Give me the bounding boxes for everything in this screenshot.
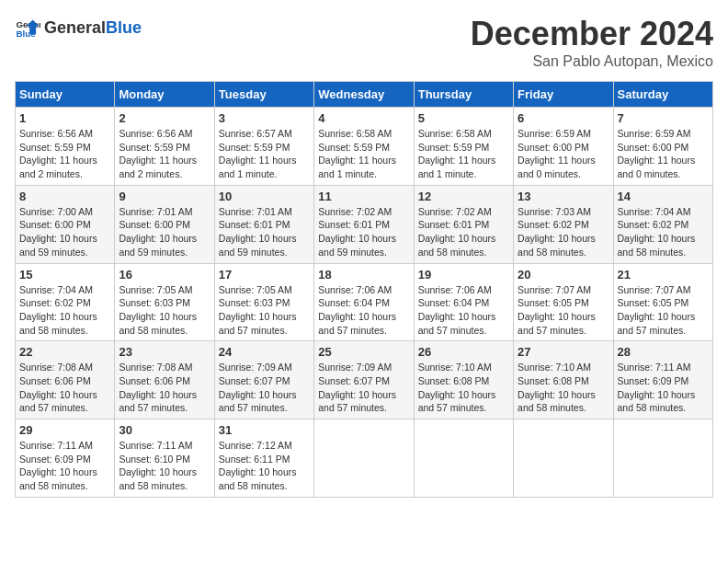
day-info: Sunrise: 7:05 AM Sunset: 6:03 PM Dayligh… [219, 283, 310, 338]
day-info: Sunrise: 7:02 AM Sunset: 6:01 PM Dayligh… [318, 205, 409, 259]
week-row-2: 8 Sunrise: 7:00 AM Sunset: 6:00 PM Dayli… [16, 185, 713, 263]
day-number: 29 [19, 423, 110, 437]
day-cell: 20 Sunrise: 7:07 AM Sunset: 6:05 PM Dayl… [514, 263, 613, 341]
day-info: Sunrise: 7:09 AM Sunset: 6:07 PM Dayligh… [318, 361, 409, 415]
day-number: 17 [219, 268, 310, 282]
day-cell: 26 Sunrise: 7:10 AM Sunset: 6:08 PM Dayl… [414, 341, 513, 419]
day-info: Sunrise: 7:02 AM Sunset: 6:01 PM Dayligh… [418, 205, 509, 259]
weekday-header-row: SundayMondayTuesdayWednesdayThursdayFrid… [16, 82, 713, 108]
day-cell: 23 Sunrise: 7:08 AM Sunset: 6:06 PM Dayl… [115, 341, 214, 419]
day-cell [414, 419, 513, 498]
day-number: 2 [119, 111, 210, 125]
day-number: 28 [618, 345, 709, 359]
day-cell: 24 Sunrise: 7:09 AM Sunset: 6:07 PM Dayl… [214, 341, 313, 419]
calendar-body: 1 Sunrise: 6:56 AM Sunset: 5:59 PM Dayli… [16, 108, 713, 498]
day-cell: 15 Sunrise: 7:04 AM Sunset: 6:02 PM Dayl… [16, 263, 115, 341]
day-info: Sunrise: 7:08 AM Sunset: 6:06 PM Dayligh… [19, 361, 110, 415]
day-number: 5 [418, 111, 509, 125]
day-cell: 17 Sunrise: 7:05 AM Sunset: 6:03 PM Dayl… [214, 263, 313, 341]
weekday-header-tuesday: Tuesday [214, 82, 313, 108]
day-info: Sunrise: 7:04 AM Sunset: 6:02 PM Dayligh… [618, 205, 709, 259]
day-cell: 27 Sunrise: 7:10 AM Sunset: 6:08 PM Dayl… [514, 341, 613, 419]
day-info: Sunrise: 7:06 AM Sunset: 6:04 PM Dayligh… [318, 283, 409, 338]
day-cell: 9 Sunrise: 7:01 AM Sunset: 6:00 PM Dayli… [115, 185, 214, 263]
day-info: Sunrise: 6:57 AM Sunset: 5:59 PM Dayligh… [219, 127, 310, 181]
day-cell: 16 Sunrise: 7:05 AM Sunset: 6:03 PM Dayl… [115, 263, 214, 341]
day-number: 12 [418, 190, 509, 203]
day-info: Sunrise: 7:11 AM Sunset: 6:10 PM Dayligh… [119, 439, 210, 493]
week-row-4: 22 Sunrise: 7:08 AM Sunset: 6:06 PM Dayl… [16, 341, 713, 419]
day-info: Sunrise: 7:12 AM Sunset: 6:11 PM Dayligh… [219, 439, 310, 493]
day-info: Sunrise: 7:10 AM Sunset: 6:08 PM Dayligh… [518, 361, 609, 415]
day-cell: 29 Sunrise: 7:11 AM Sunset: 6:09 PM Dayl… [16, 419, 115, 498]
day-number: 18 [318, 268, 409, 282]
day-info: Sunrise: 7:01 AM Sunset: 6:01 PM Dayligh… [219, 205, 310, 259]
weekday-header-wednesday: Wednesday [314, 82, 414, 108]
day-info: Sunrise: 7:07 AM Sunset: 6:05 PM Dayligh… [618, 283, 709, 338]
day-info: Sunrise: 7:03 AM Sunset: 6:02 PM Dayligh… [518, 205, 609, 259]
day-number: 27 [518, 345, 609, 359]
day-info: Sunrise: 7:10 AM Sunset: 6:08 PM Dayligh… [418, 361, 509, 415]
day-number: 6 [518, 111, 609, 125]
day-cell: 22 Sunrise: 7:08 AM Sunset: 6:06 PM Dayl… [16, 341, 115, 419]
title-area: December 2024 San Pablo Autopan, Mexico [471, 15, 713, 70]
day-cell: 1 Sunrise: 6:56 AM Sunset: 5:59 PM Dayli… [16, 108, 115, 186]
week-row-3: 15 Sunrise: 7:04 AM Sunset: 6:02 PM Dayl… [16, 263, 713, 341]
day-info: Sunrise: 7:11 AM Sunset: 6:09 PM Dayligh… [19, 439, 110, 493]
day-cell [613, 419, 712, 498]
weekday-header-thursday: Thursday [414, 82, 513, 108]
day-info: Sunrise: 6:58 AM Sunset: 5:59 PM Dayligh… [418, 127, 509, 181]
day-cell: 6 Sunrise: 6:59 AM Sunset: 6:00 PM Dayli… [514, 108, 613, 186]
month-title: December 2024 [471, 15, 713, 53]
day-info: Sunrise: 7:04 AM Sunset: 6:02 PM Dayligh… [19, 283, 110, 338]
day-cell: 21 Sunrise: 7:07 AM Sunset: 6:05 PM Dayl… [613, 263, 712, 341]
week-row-5: 29 Sunrise: 7:11 AM Sunset: 6:09 PM Dayl… [16, 419, 713, 498]
weekday-header-saturday: Saturday [613, 82, 712, 108]
logo-general-text: General [44, 18, 106, 38]
day-info: Sunrise: 7:09 AM Sunset: 6:07 PM Dayligh… [219, 361, 310, 415]
location-title: San Pablo Autopan, Mexico [471, 53, 713, 70]
day-cell: 7 Sunrise: 6:59 AM Sunset: 6:00 PM Dayli… [613, 108, 712, 186]
day-info: Sunrise: 7:05 AM Sunset: 6:03 PM Dayligh… [119, 283, 210, 338]
header: General Blue General Blue December 2024 … [15, 15, 713, 70]
day-number: 20 [518, 268, 609, 282]
day-cell: 12 Sunrise: 7:02 AM Sunset: 6:01 PM Dayl… [414, 185, 513, 263]
week-row-1: 1 Sunrise: 6:56 AM Sunset: 5:59 PM Dayli… [16, 108, 713, 186]
logo-blue-text: Blue [106, 18, 142, 38]
day-cell: 28 Sunrise: 7:11 AM Sunset: 6:09 PM Dayl… [613, 341, 712, 419]
day-number: 14 [618, 190, 709, 203]
day-cell: 3 Sunrise: 6:57 AM Sunset: 5:59 PM Dayli… [214, 108, 313, 186]
day-number: 22 [19, 345, 110, 359]
logo-icon: General Blue [15, 15, 40, 40]
day-cell [514, 419, 613, 498]
day-cell: 4 Sunrise: 6:58 AM Sunset: 5:59 PM Dayli… [314, 108, 414, 186]
day-number: 31 [219, 423, 310, 437]
day-number: 23 [119, 345, 210, 359]
day-number: 11 [318, 190, 409, 203]
day-cell: 31 Sunrise: 7:12 AM Sunset: 6:11 PM Dayl… [214, 419, 313, 498]
day-info: Sunrise: 7:07 AM Sunset: 6:05 PM Dayligh… [518, 283, 609, 338]
day-info: Sunrise: 6:56 AM Sunset: 5:59 PM Dayligh… [19, 127, 110, 181]
day-cell: 13 Sunrise: 7:03 AM Sunset: 6:02 PM Dayl… [514, 185, 613, 263]
day-info: Sunrise: 7:00 AM Sunset: 6:00 PM Dayligh… [19, 205, 110, 259]
day-info: Sunrise: 6:58 AM Sunset: 5:59 PM Dayligh… [318, 127, 409, 181]
day-cell: 30 Sunrise: 7:11 AM Sunset: 6:10 PM Dayl… [115, 419, 214, 498]
weekday-header-monday: Monday [115, 82, 214, 108]
day-number: 1 [19, 111, 110, 125]
day-info: Sunrise: 7:08 AM Sunset: 6:06 PM Dayligh… [119, 361, 210, 415]
day-number: 24 [219, 345, 310, 359]
day-cell [314, 419, 414, 498]
day-number: 26 [418, 345, 509, 359]
day-cell: 5 Sunrise: 6:58 AM Sunset: 5:59 PM Dayli… [414, 108, 513, 186]
day-cell: 8 Sunrise: 7:00 AM Sunset: 6:00 PM Dayli… [16, 185, 115, 263]
calendar-table: SundayMondayTuesdayWednesdayThursdayFrid… [15, 81, 713, 498]
day-cell: 25 Sunrise: 7:09 AM Sunset: 6:07 PM Dayl… [314, 341, 414, 419]
day-cell: 10 Sunrise: 7:01 AM Sunset: 6:01 PM Dayl… [214, 185, 313, 263]
day-info: Sunrise: 6:59 AM Sunset: 6:00 PM Dayligh… [518, 127, 609, 181]
day-cell: 11 Sunrise: 7:02 AM Sunset: 6:01 PM Dayl… [314, 185, 414, 263]
day-number: 21 [618, 268, 709, 282]
day-cell: 19 Sunrise: 7:06 AM Sunset: 6:04 PM Dayl… [414, 263, 513, 341]
day-info: Sunrise: 7:01 AM Sunset: 6:00 PM Dayligh… [119, 205, 210, 259]
day-info: Sunrise: 7:11 AM Sunset: 6:09 PM Dayligh… [618, 361, 709, 415]
day-number: 10 [219, 190, 310, 203]
